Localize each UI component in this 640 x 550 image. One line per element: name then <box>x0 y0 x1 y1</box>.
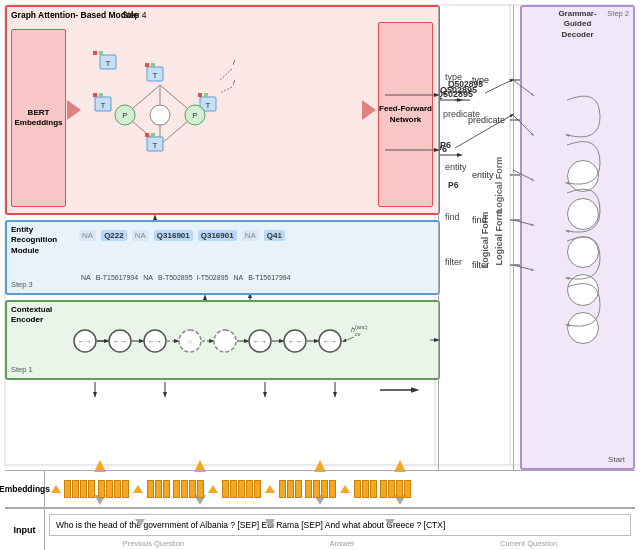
svg-text:←→: ←→ <box>113 338 127 345</box>
decoder-cell-3 <box>567 236 599 268</box>
decoder-cell-4 <box>567 274 599 306</box>
emb-group-2 <box>98 480 129 498</box>
svg-rect-55 <box>145 63 149 67</box>
entity-tokens-top-row: NA Q222 NA Q316901 Q316901 NA Q41 <box>79 230 432 241</box>
svg-text:T: T <box>101 101 106 110</box>
entity-recognition-module: EntityRecognitionModule Step 3 NA Q222 N… <box>5 220 440 295</box>
logical-form-items: Q502895 P6 <box>448 35 490 325</box>
svg-text:←→: ←→ <box>288 338 302 345</box>
svg-text:P: P <box>192 111 197 120</box>
svg-text:cv: cv <box>355 331 361 337</box>
svg-text:←→: ←→ <box>148 338 162 345</box>
current-question-label: Current Question <box>500 539 557 548</box>
svg-line-64 <box>220 69 232 80</box>
input-label: Input <box>5 509 45 550</box>
grammar-decoder-step: Step 2 <box>607 9 629 18</box>
svg-text:←→: ←→ <box>323 338 337 345</box>
grammar-decoder-module: Grammar-GuidedDecoder Step 2 Start <box>520 5 635 470</box>
svg-rect-81 <box>214 330 236 352</box>
graph-attention-label: Graph Attention- Based Module <box>11 10 138 21</box>
decoder-divider <box>513 5 514 470</box>
embeddings-blocks-row <box>45 478 635 500</box>
emb-arrow-up-4 <box>265 485 275 493</box>
svg-text:T: T <box>106 59 111 68</box>
svg-text:T: T <box>153 141 158 150</box>
svg-text:(anc): (anc) <box>355 324 368 330</box>
entity-tags-row: NA B-T15617994 NA B-T502895 I-T502895 NA… <box>79 274 432 281</box>
main-area: Graph Attention- Based Module Step 4 BER… <box>5 5 635 470</box>
bert-embeddings-box: BERT Embeddings <box>11 29 66 207</box>
svg-line-94 <box>344 337 354 341</box>
contextual-encoder-step: Step 1 <box>11 365 33 374</box>
emb-arrow-up-2 <box>133 485 143 493</box>
svg-rect-54 <box>99 93 103 97</box>
ffn-box: Feed-Forward Network <box>378 22 433 207</box>
svg-text:○: ○ <box>188 338 192 345</box>
svg-text:P: P <box>122 111 127 120</box>
start-label: Start <box>608 455 625 464</box>
decoder-cell-1 <box>567 160 599 192</box>
emb-arrow-up-3 <box>208 485 218 493</box>
emb-group-8 <box>354 480 377 498</box>
input-down-arrow-3 <box>385 519 395 527</box>
encoder-cells-svg: ←→ ←→ ←→ ○ ←→ <box>69 312 429 372</box>
emb-arrow-up-1 <box>51 485 61 493</box>
decoder-cells-container <box>547 55 618 448</box>
lf-q1-value: Q502895 <box>448 79 490 89</box>
svg-text:h: h <box>233 59 235 66</box>
answer-label: Answer <box>330 539 355 548</box>
prev-question-label: Previous Question <box>123 539 184 548</box>
decoder-cell-5 <box>567 312 599 344</box>
diagram-container: Logical Form Q502895 P6 type predicate e… <box>0 0 640 550</box>
emb-group-5 <box>222 480 261 498</box>
contextual-encoder-module: ContextualEncoder Step 1 ←→ ←→ ←→ ○ <box>5 300 440 380</box>
emb-group-4 <box>173 480 204 498</box>
graph-nodes-svg: T T T T T P P <box>85 25 235 195</box>
svg-rect-53 <box>93 93 97 97</box>
embeddings-row: Embeddings <box>5 470 635 508</box>
svg-rect-59 <box>145 133 149 137</box>
logical-form-area: Logical Form Q502895 P6 <box>443 5 508 470</box>
bert-to-graph-arrow <box>67 100 81 120</box>
emb-group-1 <box>64 480 95 498</box>
decoder-cell-2 <box>567 198 599 230</box>
svg-text:T: T <box>153 71 158 80</box>
svg-rect-51 <box>93 51 97 55</box>
input-down-arrow-1 <box>135 519 145 527</box>
svg-text:T: T <box>206 101 211 110</box>
graph-attention-step: Step 4 <box>122 10 147 20</box>
emb-group-3 <box>147 480 170 498</box>
svg-line-67 <box>220 87 232 93</box>
svg-text:←→: ←→ <box>253 338 267 345</box>
svg-point-50 <box>150 105 170 125</box>
input-down-arrow-2 <box>265 519 275 527</box>
svg-rect-52 <box>99 51 103 55</box>
logical-form-vertical-label: Logical Form <box>491 5 506 470</box>
svg-rect-57 <box>198 93 202 97</box>
emb-arrow-up-5 <box>340 485 350 493</box>
logical-form-divider <box>438 5 439 470</box>
entity-recognition-step: Step 3 <box>11 280 33 289</box>
svg-rect-58 <box>204 93 208 97</box>
input-sublabels: Previous Question Answer Current Questio… <box>50 539 630 548</box>
entity-recognition-label: EntityRecognitionModule <box>11 225 57 256</box>
emb-group-7 <box>305 480 336 498</box>
svg-rect-60 <box>151 133 155 137</box>
svg-rect-56 <box>151 63 155 67</box>
embeddings-label: Embeddings <box>5 471 45 507</box>
graph-to-ffn-arrow <box>362 100 376 120</box>
graph-attention-module: Graph Attention- Based Module Step 4 BER… <box>5 5 440 215</box>
svg-text:h: h <box>233 79 235 86</box>
lf-q2-value: P6 <box>448 180 490 190</box>
emb-group-6 <box>279 480 302 498</box>
contextual-encoder-label: ContextualEncoder <box>11 305 52 326</box>
emb-group-9 <box>380 480 411 498</box>
svg-text:←→: ←→ <box>78 338 92 345</box>
